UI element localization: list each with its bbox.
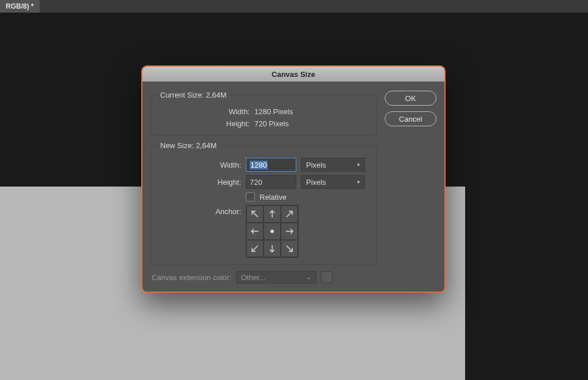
svg-point-4 (270, 230, 274, 233)
current-height-label: Height: (158, 119, 250, 128)
anchor-nw[interactable] (246, 205, 264, 223)
new-width-input[interactable]: 1280 (246, 158, 296, 172)
document-tab[interactable]: RGB/8) * (0, 0, 40, 13)
anchor-w[interactable] (246, 223, 264, 240)
anchor-sw[interactable] (246, 240, 264, 257)
new-width-label: Width: (158, 161, 241, 169)
current-width-label: Width: (158, 107, 250, 116)
anchor-selector[interactable] (246, 205, 299, 258)
dialog-title: Canvas Size (142, 67, 444, 82)
anchor-se[interactable] (281, 240, 298, 257)
current-height-value: 720 Pixels (254, 119, 289, 128)
cancel-button[interactable]: Cancel (385, 111, 436, 126)
anchor-label: Anchor: (158, 205, 241, 216)
anchor-center[interactable] (264, 223, 281, 240)
anchor-e[interactable] (281, 223, 298, 240)
svg-line-6 (252, 246, 258, 251)
height-units-dropdown[interactable]: Pixels ▾ (301, 175, 365, 189)
svg-line-8 (287, 246, 292, 251)
canvas-size-dialog: Canvas Size Current Size: 2,64M Width: 1… (141, 65, 446, 293)
new-height-label: Height: (158, 178, 241, 187)
chevron-down-icon: ▾ (357, 179, 360, 185)
relative-checkbox[interactable] (246, 192, 255, 201)
current-size-legend: Current Size: 2,64M (158, 91, 229, 99)
new-size-group: New Size: 2,64M Width: 1280 Pixels ▾ Hei… (152, 141, 377, 265)
chevron-down-icon: ⌄ (307, 274, 311, 280)
svg-line-2 (287, 211, 292, 217)
anchor-s[interactable] (264, 240, 281, 257)
tab-bar: RGB/8) * (0, 0, 588, 13)
ok-button[interactable]: OK (385, 91, 436, 106)
current-width-value: 1280 Pixels (254, 107, 293, 116)
relative-label: Relative (260, 193, 287, 201)
tab-label: RGB/8) * (6, 2, 34, 10)
anchor-ne[interactable] (281, 205, 298, 223)
svg-line-0 (252, 211, 258, 217)
width-units-dropdown[interactable]: Pixels ▾ (301, 158, 365, 172)
anchor-n[interactable] (264, 205, 281, 223)
extension-color-label: Canvas extension color: (152, 273, 231, 282)
extension-color-swatch[interactable] (321, 272, 332, 283)
new-size-legend: New Size: 2,64M (158, 141, 219, 150)
chevron-down-icon: ▾ (357, 162, 360, 168)
extension-color-dropdown[interactable]: Other... ⌄ (236, 271, 316, 284)
current-size-group: Current Size: 2,64M Width: 1280 Pixels H… (152, 91, 377, 135)
new-height-input[interactable] (246, 175, 296, 189)
